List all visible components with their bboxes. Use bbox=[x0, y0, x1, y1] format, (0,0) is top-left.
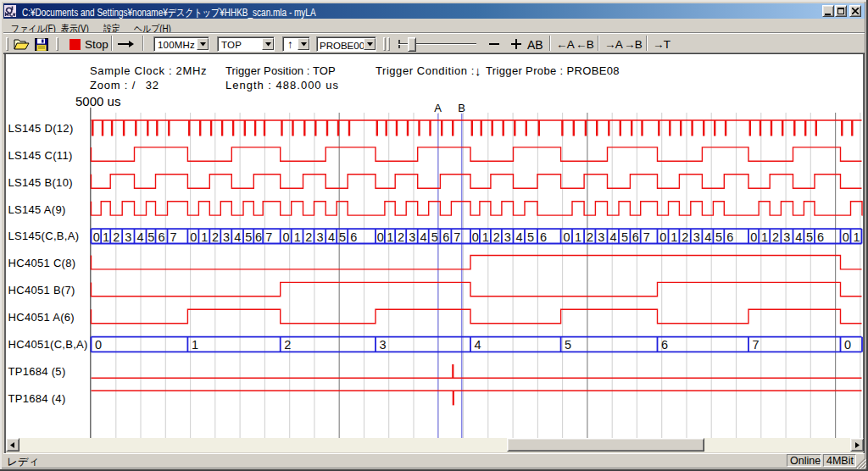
svg-text:Length : 488.000 us: Length : 488.000 us bbox=[225, 79, 339, 91]
svg-text:7: 7 bbox=[643, 230, 650, 244]
svg-text:5: 5 bbox=[245, 230, 252, 244]
svg-text:4: 4 bbox=[475, 338, 481, 352]
svg-text:2: 2 bbox=[587, 230, 593, 244]
svg-text:↓: ↓ bbox=[475, 64, 481, 78]
svg-text:1: 1 bbox=[482, 230, 489, 244]
svg-text:4: 4 bbox=[420, 230, 426, 244]
svg-text:3: 3 bbox=[409, 230, 415, 244]
svg-text:Sample Clock : 2MHz: Sample Clock : 2MHz bbox=[90, 64, 207, 77]
svg-text:0: 0 bbox=[377, 230, 384, 244]
svg-text:3: 3 bbox=[783, 230, 790, 244]
svg-text:2: 2 bbox=[113, 230, 120, 244]
svg-text:0: 0 bbox=[750, 230, 757, 244]
svg-text:6: 6 bbox=[726, 230, 733, 244]
svg-text:2: 2 bbox=[493, 230, 500, 244]
svg-text:7: 7 bbox=[453, 230, 460, 244]
svg-text:0: 0 bbox=[659, 230, 666, 244]
svg-text:3: 3 bbox=[598, 230, 604, 244]
svg-text:5000 us: 5000 us bbox=[75, 94, 120, 108]
svg-text:7: 7 bbox=[170, 230, 177, 244]
svg-text:2: 2 bbox=[682, 230, 688, 244]
svg-text:6: 6 bbox=[350, 230, 357, 244]
svg-text:6: 6 bbox=[661, 338, 668, 352]
svg-text:7: 7 bbox=[753, 338, 760, 352]
svg-text:HC4051(C,B,A): HC4051(C,B,A) bbox=[8, 338, 88, 351]
svg-text:4: 4 bbox=[234, 230, 241, 244]
svg-text:1: 1 bbox=[853, 230, 860, 244]
svg-text:HC4051 B(7): HC4051 B(7) bbox=[8, 284, 75, 296]
svg-text:LS145(C,B,A): LS145(C,B,A) bbox=[8, 230, 80, 242]
svg-text:0: 0 bbox=[282, 230, 289, 244]
svg-text:6: 6 bbox=[255, 230, 262, 244]
svg-text:6: 6 bbox=[159, 230, 165, 244]
svg-text:3: 3 bbox=[693, 230, 700, 244]
svg-text:B: B bbox=[458, 102, 465, 114]
svg-text:4: 4 bbox=[515, 230, 522, 244]
svg-text:4: 4 bbox=[137, 230, 144, 244]
svg-text:0: 0 bbox=[843, 230, 849, 244]
svg-text:1: 1 bbox=[575, 230, 581, 244]
svg-text:5: 5 bbox=[621, 230, 628, 244]
svg-text:6: 6 bbox=[817, 230, 824, 244]
svg-text:LS145 B(10): LS145 B(10) bbox=[8, 176, 73, 189]
svg-text:3: 3 bbox=[223, 230, 230, 244]
svg-text:6: 6 bbox=[540, 230, 547, 244]
svg-text:4: 4 bbox=[795, 230, 802, 244]
svg-text:0: 0 bbox=[95, 338, 102, 352]
svg-text:1: 1 bbox=[294, 230, 301, 244]
svg-text:3: 3 bbox=[380, 338, 387, 352]
svg-text:4: 4 bbox=[704, 230, 711, 244]
svg-text:2: 2 bbox=[398, 230, 404, 244]
svg-text:5: 5 bbox=[527, 230, 534, 244]
svg-text:LS145 C(11): LS145 C(11) bbox=[8, 149, 73, 162]
svg-text:2: 2 bbox=[212, 230, 219, 244]
svg-text:2: 2 bbox=[284, 338, 291, 352]
svg-text:A: A bbox=[434, 102, 442, 114]
svg-text:Trigger Position : TOP: Trigger Position : TOP bbox=[225, 64, 336, 77]
svg-text:TP1684 (5): TP1684 (5) bbox=[8, 365, 66, 378]
svg-text:HC4051 C(8): HC4051 C(8) bbox=[8, 257, 76, 269]
svg-text:0: 0 bbox=[472, 230, 479, 244]
svg-text:7: 7 bbox=[265, 230, 272, 244]
svg-text:Trigger Probe : PROBE08: Trigger Probe : PROBE08 bbox=[486, 64, 620, 77]
svg-text:5: 5 bbox=[806, 230, 813, 244]
svg-text:0: 0 bbox=[93, 230, 100, 244]
svg-text:5: 5 bbox=[715, 230, 722, 244]
svg-text:Trigger Condition :: Trigger Condition : bbox=[376, 64, 475, 77]
svg-text:1: 1 bbox=[387, 230, 393, 244]
svg-text:1: 1 bbox=[670, 230, 677, 244]
svg-text:5: 5 bbox=[431, 230, 438, 244]
svg-text:2: 2 bbox=[772, 230, 779, 244]
svg-text:LS145 A(9): LS145 A(9) bbox=[8, 203, 66, 216]
svg-text:1: 1 bbox=[103, 230, 109, 244]
svg-text:LS145 D(12): LS145 D(12) bbox=[8, 122, 74, 135]
svg-text:6: 6 bbox=[442, 230, 449, 244]
svg-text:3: 3 bbox=[125, 230, 131, 244]
svg-text:5: 5 bbox=[339, 230, 346, 244]
svg-text:2: 2 bbox=[305, 230, 312, 244]
svg-text:0: 0 bbox=[844, 338, 851, 352]
svg-text:0: 0 bbox=[564, 230, 570, 244]
svg-text:1: 1 bbox=[192, 338, 198, 352]
svg-text:3: 3 bbox=[317, 230, 324, 244]
svg-text:HC4051 A(6): HC4051 A(6) bbox=[8, 311, 75, 324]
svg-text:5: 5 bbox=[147, 230, 154, 244]
svg-text:6: 6 bbox=[632, 230, 639, 244]
svg-text:4: 4 bbox=[328, 230, 335, 244]
svg-text:1: 1 bbox=[761, 230, 768, 244]
svg-text:0: 0 bbox=[190, 230, 197, 244]
svg-text:4: 4 bbox=[609, 230, 616, 244]
svg-text:3: 3 bbox=[504, 230, 511, 244]
svg-text:TP1684 (4): TP1684 (4) bbox=[8, 392, 66, 405]
svg-text:1: 1 bbox=[201, 230, 208, 244]
svg-text:5: 5 bbox=[565, 338, 571, 352]
svg-text:Zoom : / 32: Zoom : / 32 bbox=[90, 79, 159, 91]
